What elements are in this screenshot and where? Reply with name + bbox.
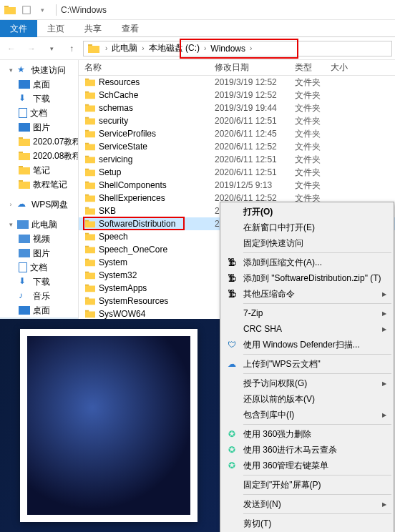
sidebar-desktop[interactable]: 桌面 (0, 77, 78, 92)
separator (243, 373, 391, 374)
file-name: security (99, 116, 128, 126)
folder-icon (84, 193, 96, 203)
ctx-add-to-zip[interactable]: 🗜添加到压缩文件(A)... (222, 255, 392, 270)
separator (243, 494, 391, 495)
sidebar-pictures[interactable]: 图片 (0, 120, 78, 134)
table-row[interactable]: ServiceState2020/6/11 12:52文件夹 (79, 140, 395, 153)
ctx-pin-start[interactable]: 固定到"开始"屏幕(P) (222, 477, 392, 493)
qat-icon[interactable] (20, 4, 33, 16)
col-size[interactable]: 大小 (331, 61, 395, 74)
tab-file[interactable]: 文件 (0, 20, 37, 37)
ctx-360-menu[interactable]: ✪使用 360管理右键菜单 (222, 458, 392, 473)
chevron-right-icon[interactable]: › (139, 44, 147, 52)
chevron-right-icon[interactable]: › (247, 44, 255, 52)
col-type[interactable]: 类型 (295, 61, 331, 74)
ctx-crc-sha[interactable]: CRC SHA (222, 321, 392, 337)
sidebar-pictures2[interactable]: 图片 (0, 246, 78, 260)
ctx-send-to[interactable]: 发送到(N) (222, 496, 392, 512)
file-name: ShellExperiences (99, 193, 165, 203)
file-name: schemas (99, 103, 133, 113)
ctx-360-delete[interactable]: ✪使用 360强力删除 (222, 426, 392, 442)
breadcrumb-icon (88, 43, 99, 54)
ctx-cut[interactable]: 剪切(T) (222, 516, 392, 531)
file-type: 文件夹 (295, 115, 331, 127)
ctx-other-zip[interactable]: 🗜其他压缩命令 (222, 286, 392, 302)
chevron-right-icon[interactable]: › (102, 44, 110, 52)
table-row[interactable]: Resources2019/3/19 12:52文件夹 (79, 76, 395, 89)
svg-rect-44 (85, 273, 95, 280)
file-name: SysWOW64 (99, 309, 145, 319)
ctx-include-library[interactable]: 包含到库中(I) (222, 407, 392, 423)
sidebar-thispc[interactable]: ▾此电脑 (0, 217, 78, 232)
ctx-grant-access[interactable]: 授予访问权限(G) (222, 375, 392, 391)
folder-icon (84, 245, 96, 255)
sidebar-downloads2[interactable]: ⬇下载 (0, 275, 78, 289)
sidebar-folder-tutnotes[interactable]: 教程笔记 (0, 177, 78, 192)
table-row[interactable]: ShellComponents2019/12/5 9:13文件夹 (79, 179, 395, 192)
svg-rect-22 (85, 132, 95, 138)
sidebar-documents2[interactable]: 文档 (0, 260, 78, 275)
ctx-pin-quick[interactable]: 固定到快速访问 (222, 235, 392, 251)
col-date[interactable]: 修改日期 (215, 61, 295, 74)
tab-view[interactable]: 查看 (112, 20, 149, 37)
sidebar-videos[interactable]: 视频 (0, 232, 78, 246)
breadcrumb-pc[interactable]: 此电脑 (110, 41, 139, 56)
svg-rect-24 (85, 144, 95, 151)
breadcrumb-drive[interactable]: 本地磁盘 (C:) (147, 41, 201, 56)
file-name: Resources (99, 77, 140, 87)
file-name: Speech_OneCore (99, 245, 167, 255)
breadcrumb-folder[interactable]: Windows (209, 41, 247, 56)
table-row[interactable]: servicing2020/6/11 12:51文件夹 (79, 153, 395, 166)
ctx-restore-prev[interactable]: 还原以前的版本(V) (222, 391, 392, 407)
file-date: 2019/3/19 19:44 (215, 103, 295, 113)
table-row[interactable]: ServiceProfiles2020/6/11 12:45文件夹 (79, 127, 395, 140)
svg-rect-1 (4, 7, 16, 14)
file-name: ShellComponents (99, 180, 167, 190)
forward-button[interactable]: → (23, 40, 40, 57)
back-button[interactable]: ← (3, 40, 20, 57)
ctx-360-virus[interactable]: ✪使用 360进行木马云查杀 (222, 442, 392, 458)
ctx-wps-upload[interactable]: ☁上传到"WPS云文档" (222, 356, 392, 372)
qat-dropdown-icon[interactable]: ▾ (36, 4, 49, 16)
sidebar-wps[interactable]: ›☁WPS网盘 (0, 197, 78, 212)
up-button[interactable]: ↑ (63, 40, 80, 57)
sidebar-desktop2[interactable]: 桌面 (0, 303, 78, 317)
file-type: 文件夹 (295, 77, 331, 89)
sidebar-folder-tut08[interactable]: 2020.08教程 (0, 149, 78, 163)
folder-icon (19, 164, 30, 176)
sidebar-documents[interactable]: 文档 (0, 106, 78, 120)
table-row[interactable]: SchCache2019/3/19 12:52文件夹 (79, 89, 395, 102)
table-row[interactable]: Setup2020/6/11 12:51文件夹 (79, 166, 395, 179)
table-row[interactable]: schemas2019/3/19 19:44文件夹 (79, 102, 395, 114)
svg-rect-14 (85, 80, 95, 87)
sidebar-music[interactable]: ♪音乐 (0, 289, 78, 303)
table-row[interactable]: security2020/6/11 12:51文件夹 (79, 114, 395, 127)
folder-icon (84, 270, 96, 280)
chevron-right-icon[interactable]: › (201, 44, 209, 52)
sidebar-quick-access[interactable]: ▾★快速访问 (0, 63, 78, 77)
breadcrumb[interactable]: › 此电脑 › 本地磁盘 (C:) › Windows › (83, 41, 392, 56)
ctx-open[interactable]: 打开(O) (222, 204, 392, 220)
file-date: 2020/6/11 12:51 (215, 154, 295, 164)
ctx-add-to-named-zip[interactable]: 🗜添加到 "SoftwareDistribution.zip" (T) (222, 270, 392, 286)
file-name: Setup (99, 167, 121, 177)
ctx-open-new-window[interactable]: 在新窗口中打开(E) (222, 220, 392, 235)
col-name[interactable]: 名称 (79, 61, 215, 74)
file-name: SystemApps (99, 283, 147, 293)
ctx-defender-scan[interactable]: 🛡使用 Windows Defender扫描... (222, 337, 392, 353)
360-icon: ✪ (226, 428, 238, 440)
ctx-7zip[interactable]: 7-Zip (222, 305, 392, 321)
folder-icon (84, 77, 96, 87)
folder-icon (84, 180, 96, 190)
tab-home[interactable]: 主页 (37, 20, 74, 37)
recent-dropdown[interactable]: ▾ (43, 40, 60, 57)
separator (243, 424, 391, 425)
svg-rect-48 (85, 299, 95, 305)
sidebar-folder-notes[interactable]: 笔记 (0, 163, 78, 177)
sidebar-downloads[interactable]: ⬇下载 (0, 92, 78, 106)
file-name: SystemResources (99, 296, 168, 306)
folder-icon (19, 150, 30, 162)
tab-share[interactable]: 共享 (74, 20, 112, 37)
folder-icon (84, 219, 96, 229)
sidebar-folder-tut07[interactable]: 2020.07教程 (0, 134, 78, 149)
